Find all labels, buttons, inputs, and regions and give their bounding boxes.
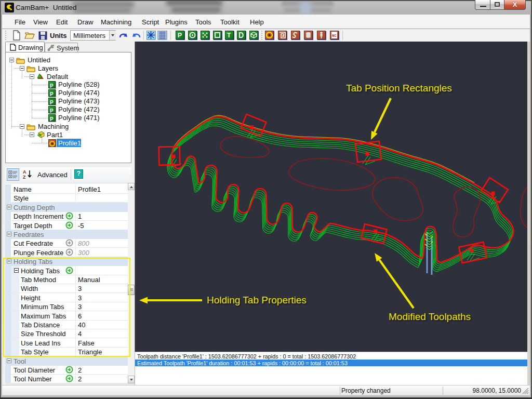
svg-text:P: P (50, 91, 54, 97)
svg-text:T: T (227, 32, 231, 39)
svg-text:P: P (50, 108, 54, 114)
svg-text:Z: Z (23, 175, 26, 180)
svg-text:A: A (23, 169, 26, 175)
svg-text:NC: NC (332, 34, 336, 38)
svg-text:Holding Tab Properties: Holding Tab Properties (207, 295, 307, 305)
svg-text:P: P (50, 116, 54, 122)
svg-text:P: P (50, 100, 54, 105)
svg-text:Modified Toolpaths: Modified Toolpaths (389, 311, 471, 322)
svg-text:P: P (50, 83, 54, 89)
svg-text:P: P (178, 32, 182, 39)
svg-text:Tab Position Rectangles: Tab Position Rectangles (346, 83, 452, 94)
